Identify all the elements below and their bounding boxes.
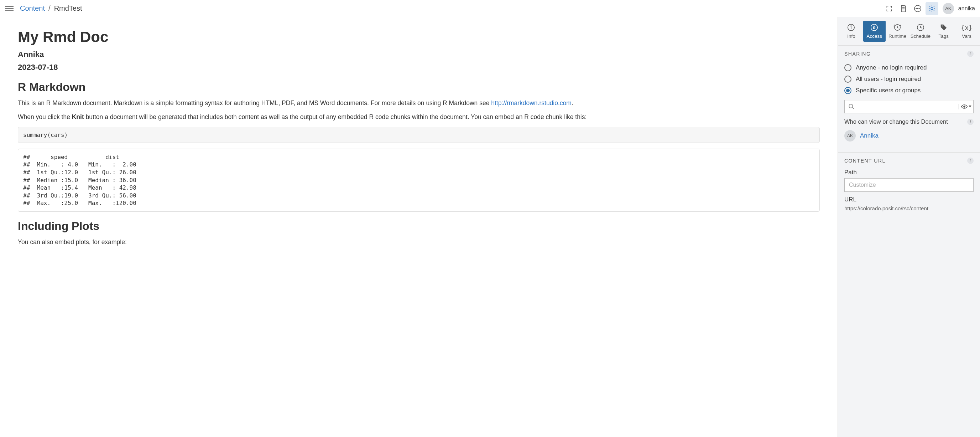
- breadcrumb-root-link[interactable]: Content: [20, 4, 45, 13]
- sharing-option-anyone[interactable]: Anyone - no login required: [844, 62, 974, 73]
- user-entry[interactable]: AK Annika: [844, 130, 974, 142]
- info-icon: [847, 23, 855, 32]
- settings-icon[interactable]: [926, 2, 938, 15]
- svg-rect-12: [873, 27, 875, 29]
- visibility-dropdown[interactable]: [958, 104, 973, 109]
- doc-date: 2023-07-18: [18, 63, 820, 72]
- section-plots: Including Plots: [18, 220, 820, 233]
- search-icon: [845, 104, 858, 110]
- username-label: annika: [958, 5, 975, 12]
- menu-icon[interactable]: [5, 3, 15, 14]
- sharing-info-icon[interactable]: i: [967, 51, 974, 57]
- expand-icon[interactable]: [883, 2, 896, 15]
- radio-icon: [844, 64, 851, 71]
- radio-icon: [844, 76, 851, 83]
- code-block: summary(cars): [18, 127, 820, 143]
- avatar[interactable]: AK: [943, 3, 954, 14]
- svg-point-15: [942, 25, 943, 26]
- tab-runtime[interactable]: Runtime: [886, 21, 909, 42]
- code-output: ## speed dist ## Min. : 4.0 Min. : 2.00 …: [18, 148, 820, 212]
- tab-info[interactable]: Info: [840, 21, 862, 42]
- breadcrumb-separator: /: [48, 4, 51, 13]
- breadcrumb: Content / RmdTest: [20, 4, 82, 13]
- content-url-section: CONTENT URL i Path URL https://colorado.…: [838, 153, 980, 214]
- radio-icon: [844, 87, 851, 94]
- url-label: URL: [844, 196, 974, 203]
- who-can-view-info-icon[interactable]: i: [967, 119, 974, 125]
- content-url-heading: CONTENT URL: [844, 158, 886, 164]
- sharing-section: SHARING i Anyone - no login required All…: [838, 46, 980, 148]
- tab-schedule[interactable]: Schedule: [909, 21, 932, 42]
- svg-point-7: [931, 8, 933, 10]
- paragraph-knit: When you click the Knit button a documen…: [18, 113, 820, 121]
- content-url-value: https://colorado.posit.co/rsc/content: [844, 205, 974, 211]
- who-can-view-label: Who can view or change this Document: [844, 118, 948, 125]
- user-name-link[interactable]: Annika: [860, 132, 878, 139]
- tab-tags[interactable]: Tags: [932, 21, 955, 42]
- svg-line-17: [852, 107, 854, 109]
- paragraph-plots: You can also embed plots, for example:: [18, 238, 820, 247]
- svg-point-11: [871, 24, 877, 31]
- runtime-icon: [893, 23, 902, 32]
- access-icon: [870, 23, 878, 32]
- logs-icon[interactable]: [897, 2, 910, 15]
- user-avatar: AK: [844, 130, 856, 142]
- sharing-heading: SHARING: [844, 51, 871, 57]
- user-search-box[interactable]: [844, 100, 974, 113]
- svg-point-5: [917, 8, 918, 9]
- settings-sidebar: Info Access Runtime Schedule: [838, 17, 980, 437]
- doc-title: My Rmd Doc: [18, 29, 820, 46]
- vars-icon: {x}: [961, 23, 972, 32]
- sharing-option-all-users[interactable]: All users - login required: [844, 73, 974, 85]
- breadcrumb-current: RmdTest: [54, 4, 82, 13]
- svg-point-4: [916, 8, 916, 9]
- panel-tabs: Info Access Runtime Schedule: [838, 17, 980, 42]
- path-label: Path: [844, 169, 974, 176]
- user-search-input[interactable]: [858, 104, 958, 110]
- top-bar: Content / RmdTest AK annika: [0, 0, 980, 17]
- svg-point-10: [851, 26, 851, 26]
- svg-point-16: [849, 104, 853, 108]
- tab-vars[interactable]: {x} Vars: [955, 21, 978, 42]
- content-url-info-icon[interactable]: i: [967, 158, 974, 164]
- doc-author: Annika: [18, 50, 820, 59]
- sharing-option-specific[interactable]: Specific users or groups: [844, 85, 974, 96]
- more-icon[interactable]: [911, 2, 924, 15]
- svg-point-18: [963, 106, 965, 107]
- tab-access[interactable]: Access: [863, 21, 886, 42]
- rmarkdown-link[interactable]: http://rmarkdown.rstudio.com: [491, 99, 571, 107]
- svg-point-6: [919, 8, 920, 9]
- section-rmarkdown: R Markdown: [18, 81, 820, 94]
- paragraph-intro: This is an R Markdown document. Markdown…: [18, 99, 820, 108]
- content-pane: My Rmd Doc Annika 2023-07-18 R Markdown …: [0, 17, 838, 437]
- tag-icon: [940, 23, 948, 32]
- path-input[interactable]: [844, 178, 974, 192]
- schedule-icon: [916, 23, 924, 32]
